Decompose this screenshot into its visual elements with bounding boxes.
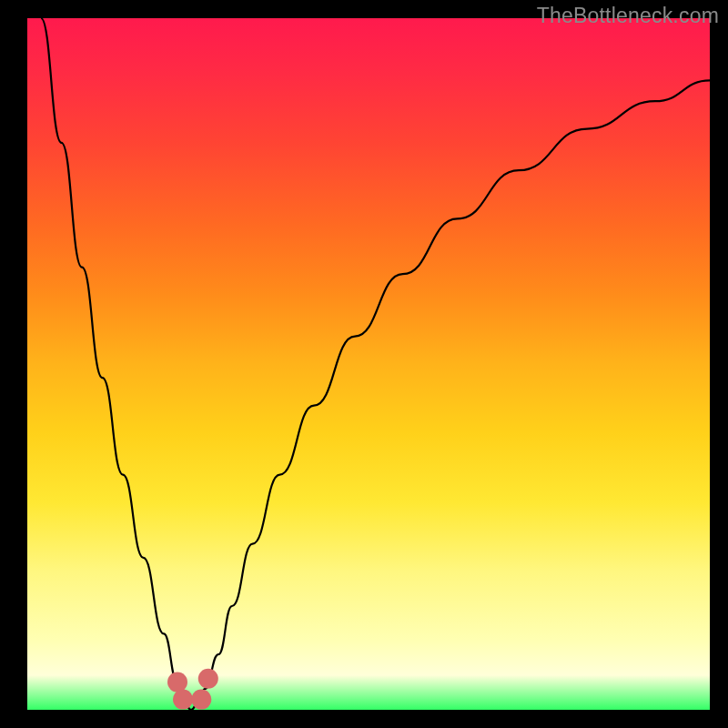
bottleneck-curve-svg [27,18,710,710]
bottleneck-curve-path [41,18,710,710]
curve-markers [167,669,218,710]
curve-marker [198,669,218,689]
curve-marker [191,690,211,710]
chart-plot-area [27,18,710,710]
watermark-text: TheBottleneck.com [537,4,719,28]
curve-marker [167,672,187,693]
curve-marker [173,690,193,710]
